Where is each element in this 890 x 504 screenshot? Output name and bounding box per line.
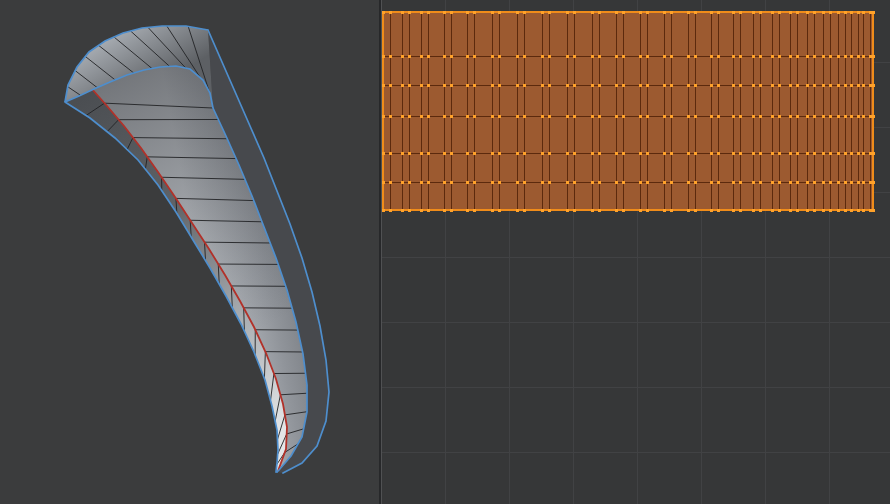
uv-island[interactable] [382, 11, 875, 212]
editor-split-view [0, 0, 890, 504]
uv-canvas [381, 0, 890, 504]
uv-editor[interactable] [381, 0, 890, 504]
uv-faces [383, 12, 873, 210]
wing-mesh[interactable] [65, 26, 329, 473]
wing-canvas [0, 0, 379, 504]
viewport-3d[interactable] [0, 0, 379, 504]
